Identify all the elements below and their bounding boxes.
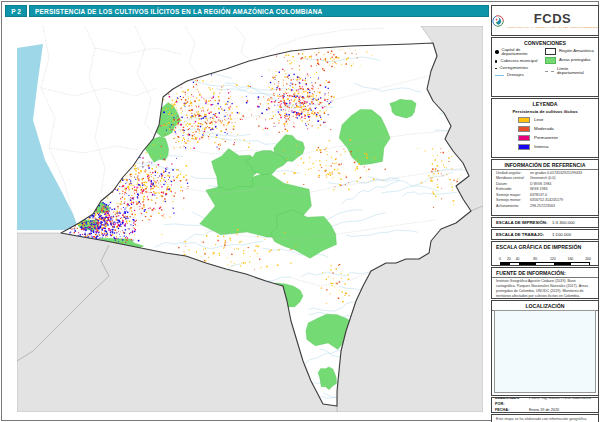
leyenda-title: LEYENDA — [492, 99, 598, 108]
convenciones-panel: CONVENCIONES Capital de departamentoCabe… — [491, 37, 599, 97]
logo-name: FCDS — [534, 12, 571, 25]
scale-bar-ticks: 0204080120160200 — [500, 257, 590, 262]
leyenda-item-label: Moderada — [534, 126, 554, 131]
escala-trabajo-row: ESCALA DE TRABAJO: 1:100.000 — [491, 229, 599, 240]
scale-tick-label: 40 — [516, 257, 520, 261]
leyenda-subtitle: Persistencia de cultivos ilícitos — [492, 109, 598, 114]
referencia-panel: INFORMACIÓN DE REFERENCIA Unidad angular… — [491, 159, 599, 216]
convenciones-item: Drenajes — [495, 73, 545, 78]
scale-segment — [554, 263, 572, 266]
credits-panel: ELABORADO POR: FCDS: Ing. Daniel Prieto … — [491, 397, 599, 413]
department-boundary — [85, 26, 105, 194]
map-title: PERSISTENCIA DE LOS CULTIVOS ILÍCITOS EN… — [29, 5, 489, 17]
scale-bar-segments — [500, 262, 590, 267]
main-map — [5, 18, 489, 417]
scale-tick-label: 20 — [507, 257, 511, 261]
map-code-badge: P 2 — [5, 5, 27, 17]
convenciones-left-column: Capital de departamentoCabecera municipa… — [495, 48, 545, 79]
convenciones-item: Límite departamental — [545, 67, 595, 76]
elaborado-label: ELABORADO POR: — [495, 397, 529, 408]
convenciones-right-column: Región AmazónicaÁreas protegidasLímite d… — [545, 48, 595, 79]
escala-trabajo-label: ESCALA DE TRABAJO: — [496, 232, 552, 237]
leyenda-item: Intensa — [518, 144, 598, 151]
title-bar: P 2 PERSISTENCIA DE LOS CULTIVOS ILÍCITO… — [5, 5, 489, 17]
pacific-ocean — [17, 44, 79, 230]
convenciones-item: Cabecera municipal — [495, 59, 545, 64]
disclaimer-panel: Este mapa se ha elaborado con informació… — [491, 414, 599, 422]
convenciones-item-label: Drenajes — [507, 73, 524, 78]
convenciones-title: CONVENCIONES — [492, 38, 598, 47]
scale-segment — [571, 263, 589, 266]
map-content — [17, 26, 489, 412]
convenciones-item-label: Límite departamental — [557, 67, 595, 76]
fecha-label: FECHA: — [495, 408, 529, 413]
scale-segment — [536, 263, 554, 266]
line-blue-symbol — [495, 75, 504, 76]
scale-segment — [510, 263, 519, 266]
leyenda-item-label: Leve — [534, 117, 544, 122]
fuente-text: Instituto Geográfico Agustín Codazzi (20… — [492, 278, 598, 300]
escala-impresion-label: ESCALA DE IMPRESIÓN: — [496, 220, 552, 225]
leyenda-swatch — [518, 126, 530, 133]
protected-area — [133, 123, 154, 141]
map-section: P 2 PERSISTENCIA DE LOS CULTIVOS ILÍCITO… — [5, 5, 489, 417]
scale-segment — [501, 263, 510, 266]
logo-tagline: FUNDACIÓN PARA LA CONSERVACIÓN Y EL DESA… — [507, 26, 598, 28]
disclaimer-text: Este mapa se ha elaborado con informació… — [492, 415, 598, 422]
convenciones-item-label: Capital de departamento — [502, 48, 546, 57]
logo-text: FCDS FUNDACIÓN PARA LA CONSERVACIÓN Y EL… — [507, 12, 598, 28]
leyenda-item-label: Permanente — [534, 135, 558, 140]
escala-impresion-row: ESCALA DE IMPRESIÓN: 1:3.300.000 — [491, 217, 599, 228]
dot-md-symbol — [495, 60, 497, 62]
escala-impresion-value: 1:3.300.000 — [552, 220, 575, 225]
convenciones-item-label: Áreas protegidas — [559, 58, 591, 63]
escala-grafica-label: ESCALA GRÁFICA DE IMPRESIÓN — [492, 242, 598, 251]
scale-segment — [519, 263, 537, 266]
rect-green-symbol — [545, 57, 556, 64]
department-boundary — [235, 26, 253, 62]
fcds-logo-icon — [492, 10, 504, 32]
department-boundary — [135, 26, 155, 136]
department-boundary — [41, 88, 157, 96]
page: P 2 PERSISTENCIA DE LOS CULTIVOS ILÍCITO… — [1, 1, 599, 421]
scale-bar: 0204080120160200 — [500, 257, 590, 267]
scale-tick-label: 80 — [533, 257, 537, 261]
leyenda-item: Moderada — [518, 126, 598, 133]
referencia-title: INFORMACIÓN DE REFERENCIA — [492, 160, 598, 170]
referencia-value: 298.257223563 — [530, 204, 594, 210]
rect-outline-symbol — [545, 48, 556, 55]
department-boundary — [49, 146, 139, 153]
referencia-row: Achatamiento:298.257223563 — [496, 204, 594, 210]
escala-trabajo-value: 1:100.000 — [552, 232, 571, 237]
convenciones-item-label: Región Amazónica — [559, 49, 594, 54]
localizacion-panel: LOCALIZACIÓN — [491, 300, 599, 396]
line-dashed-symbol — [545, 71, 554, 72]
scale-tick-label: 160 — [568, 257, 574, 261]
dot-sm-symbol — [495, 68, 497, 70]
dot-lg-symbol — [495, 50, 499, 54]
leyenda-item: Permanente — [518, 135, 598, 142]
logo-panel: FCDS FUNDACIÓN PARA LA CONSERVACIÓN Y EL… — [491, 5, 599, 36]
localizacion-map — [494, 310, 596, 393]
referencia-rows: Unidad angular:en grados 0.0174532925199… — [492, 170, 598, 211]
convenciones-item: Capital de departamento — [495, 48, 545, 57]
convenciones-item: Corregimientos — [495, 66, 545, 71]
fuente-panel: FUENTE DE INFORMACIÓN: Instituto Geográf… — [491, 267, 599, 299]
leyenda-panel: LEYENDA Persistencia de cultivos ilícito… — [491, 98, 599, 158]
leyenda-swatch — [518, 135, 530, 142]
leyenda-item: Leve — [518, 117, 598, 124]
leyenda-item-label: Intensa — [534, 144, 548, 149]
fecha-value: Enero 19 de 2020 — [529, 408, 559, 413]
sidebar: FCDS FUNDACIÓN PARA LA CONSERVACIÓN Y EL… — [491, 5, 599, 417]
scale-tick-label: 200 — [585, 257, 591, 261]
convenciones-item: Áreas protegidas — [545, 57, 595, 64]
fuente-title: FUENTE DE INFORMACIÓN: — [492, 268, 598, 278]
leyenda-swatch — [518, 144, 530, 151]
convenciones-item-label: Cabecera municipal — [500, 59, 537, 64]
leyenda-items: LeveModeradaPermanenteIntensa — [492, 117, 598, 151]
elaborado-value: FCDS: Ing. Daniel Prieto Salamanca — [529, 397, 591, 408]
convenciones-item: Región Amazónica — [545, 48, 595, 55]
convenciones-item-label: Corregimientos — [500, 66, 528, 71]
scale-tick-label: 0 — [499, 257, 501, 261]
referencia-key: Achatamiento: — [496, 204, 530, 210]
